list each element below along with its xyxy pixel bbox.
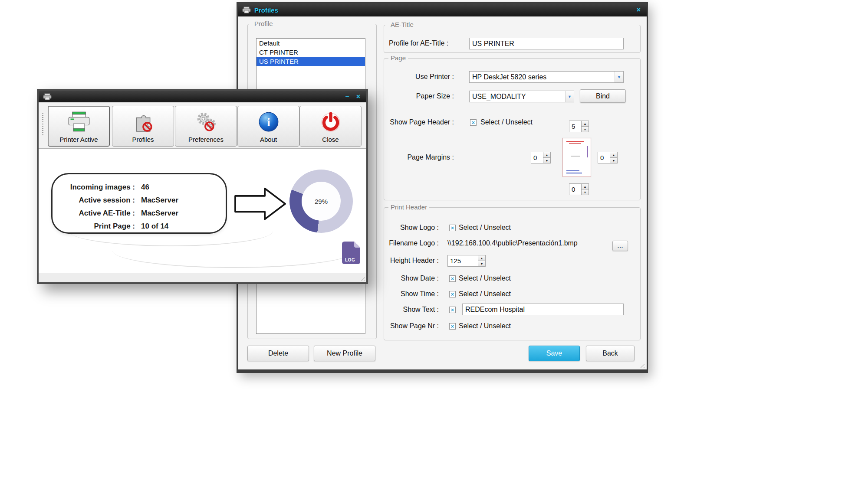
progress-label: 29%	[302, 182, 341, 221]
back-button[interactable]: Back	[586, 346, 635, 361]
close-toolbar-button[interactable]: Close	[299, 106, 362, 147]
show-date-caption: Select / Unselect	[459, 273, 511, 284]
toolbar-label: Preferences	[188, 136, 224, 146]
status-label: Print Page :	[53, 222, 135, 231]
minimize-button[interactable]: –	[344, 93, 351, 100]
show-date-checkbox[interactable]: ×	[449, 275, 456, 282]
status-bar	[39, 273, 366, 282]
log-badge[interactable]: LOG	[342, 242, 360, 264]
save-button[interactable]: Save	[529, 346, 580, 361]
dropdown-arrow-icon[interactable]: ▼	[565, 91, 574, 102]
use-printer-value: HP DeskJet 5820 series	[470, 72, 615, 82]
profile-list-item[interactable]: US PRINTER	[256, 57, 365, 66]
margin-bottom-stepper[interactable]: 0 ▲ ▼	[569, 183, 589, 195]
status-value: 10 of 14	[141, 222, 226, 231]
margin-left-stepper[interactable]: 0 ▲ ▼	[531, 152, 551, 163]
stepper-value: 0	[598, 152, 610, 163]
show-time-caption: Select / Unselect	[459, 288, 511, 300]
margin-right-stepper[interactable]: 0 ▲ ▼	[598, 152, 618, 163]
stepper-up-icon[interactable]: ▲	[582, 184, 589, 189]
page-margins-label: Page Margins :	[384, 152, 454, 163]
arrow-right-icon	[233, 184, 288, 224]
resize-grip[interactable]	[359, 275, 365, 281]
show-logo-checkbox[interactable]: ×	[449, 225, 456, 231]
show-text-checkbox[interactable]: ×	[449, 307, 456, 313]
stepper-down-icon[interactable]: ▼	[478, 261, 485, 266]
show-time-label: Show Time :	[384, 288, 439, 300]
status-row: Active session : MacServer	[53, 194, 226, 207]
status-titlebar[interactable]: – ×	[39, 91, 366, 102]
preferences-toolbar-button[interactable]: Preferences	[175, 106, 237, 147]
profile-group-label: Profile	[252, 20, 275, 27]
stepper-value: 0	[569, 184, 581, 195]
printer-titlebar-icon	[43, 93, 52, 100]
page-header-rows-stepper[interactable]: 5 ▲ ▼	[569, 121, 589, 132]
stepper-down-icon[interactable]: ▼	[610, 158, 617, 163]
status-value: MacServer	[141, 196, 226, 205]
stepper-down-icon[interactable]: ▼	[582, 189, 589, 195]
progress-donut: 29%	[289, 170, 353, 233]
stepper-value: 0	[531, 152, 543, 163]
log-badge-label: LOG	[345, 258, 355, 262]
use-printer-select[interactable]: HP DeskJet 5820 series ▼	[469, 71, 624, 83]
status-label: Incoming images :	[53, 183, 135, 192]
paper-size-select[interactable]: USE_MODALITY ▼	[469, 91, 574, 102]
stepper-value: 125	[448, 255, 478, 266]
stepper-up-icon[interactable]: ▲	[478, 255, 485, 261]
stepper-up-icon[interactable]: ▲	[582, 121, 589, 127]
power-icon	[319, 106, 342, 136]
page-group: Page Use Printer : HP DeskJet 5820 serie…	[384, 58, 641, 200]
height-header-stepper[interactable]: 125 ▲ ▼	[447, 255, 486, 267]
status-label: Active AE-Title :	[53, 209, 135, 218]
browse-logo-button[interactable]: ...	[612, 241, 628, 251]
delete-button[interactable]: Delete	[247, 346, 309, 361]
status-bubble: Incoming images : 46 Active session : Ma…	[51, 173, 227, 234]
toolbar-label: Profiles	[132, 136, 154, 146]
resize-grip[interactable]	[638, 362, 644, 368]
profile-for-ae-title-input[interactable]	[469, 38, 624, 49]
profile-list-item[interactable]: Default	[256, 39, 365, 48]
preferences-disabled-icon	[195, 106, 217, 136]
status-row: Incoming images : 46	[53, 181, 226, 194]
paper-size-value: USE_MODALITY	[470, 91, 565, 102]
close-window-button[interactable]: ×	[355, 93, 362, 100]
show-logo-label: Show Logo :	[384, 222, 439, 233]
show-page-nr-caption: Select / Unselect	[459, 320, 511, 332]
show-text-label: Show Text :	[384, 304, 439, 315]
print-header-group-label: Print Header	[388, 203, 429, 211]
bind-button[interactable]: Bind	[580, 89, 626, 103]
dropdown-arrow-icon[interactable]: ▼	[615, 72, 623, 82]
toolbar-label: About	[260, 136, 277, 146]
stepper-up-icon[interactable]: ▲	[543, 152, 550, 158]
printer-titlebar-icon	[242, 7, 251, 13]
profiles-titlebar[interactable]: Profiles ×	[238, 3, 647, 16]
stepper-up-icon[interactable]: ▲	[610, 152, 617, 158]
print-header-group: Print Header Show Logo : × Select / Unse…	[384, 207, 641, 340]
status-label: Active session :	[53, 196, 135, 205]
toolbar-drag-handle[interactable]	[42, 113, 43, 135]
profiles-close-button[interactable]: ×	[635, 7, 642, 13]
status-row: Active AE-Title : MacServer	[53, 207, 226, 220]
show-page-header-checkbox[interactable]: ×	[470, 119, 477, 126]
show-text-input[interactable]	[462, 304, 624, 315]
show-time-checkbox[interactable]: ×	[449, 291, 456, 297]
paper-size-label: Paper Size :	[384, 91, 454, 102]
printer-active-button[interactable]: Printer Active	[48, 106, 110, 147]
show-page-nr-checkbox[interactable]: ×	[449, 323, 456, 330]
about-toolbar-button[interactable]: i About	[237, 106, 299, 147]
show-logo-caption: Select / Unselect	[459, 222, 511, 233]
profiles-toolbar-button[interactable]: Profiles	[112, 106, 174, 147]
profile-list-item[interactable]: CT PRINTER	[256, 48, 365, 57]
new-profile-button[interactable]: New Profile	[314, 346, 375, 361]
stepper-down-icon[interactable]: ▼	[543, 158, 550, 163]
toolbar-label: Close	[322, 136, 339, 146]
show-page-header-caption: Select / Unselect	[480, 117, 533, 128]
stepper-down-icon[interactable]: ▼	[582, 127, 589, 132]
profile-for-ae-title-label: Profile for AE-Title :	[389, 38, 448, 49]
info-icon: i	[257, 106, 280, 136]
height-header-label: Height Header :	[384, 255, 439, 266]
show-page-header-label: Show Page Header :	[384, 117, 454, 128]
status-row: Print Page : 10 of 14	[53, 220, 226, 233]
ae-title-group: AE-Title Profile for AE-Title :	[384, 25, 641, 53]
profiles-disabled-icon	[132, 106, 155, 136]
